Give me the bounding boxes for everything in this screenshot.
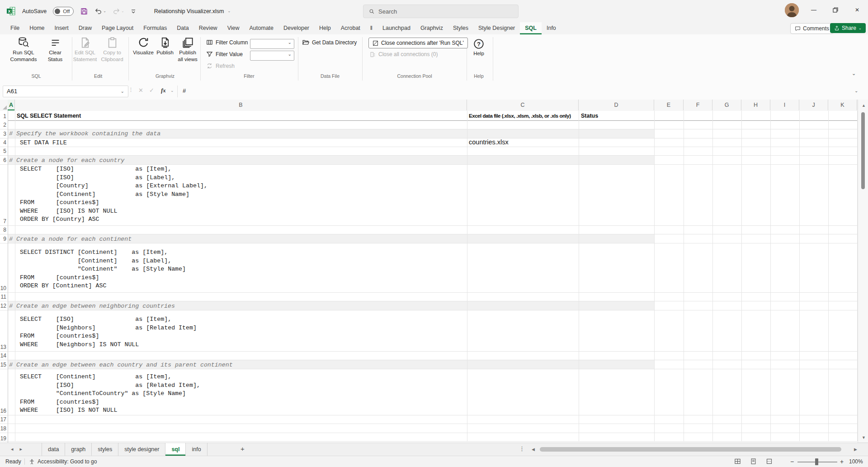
ribbon-tab-view[interactable]: View [222,22,245,34]
row-header-5[interactable]: 5 [0,147,6,155]
hscroll-left-icon[interactable]: ◀ [532,447,535,452]
ribbon-tab-acrobat[interactable]: Acrobat [336,22,365,34]
vertical-scrollbar[interactable]: ▲ ▼ [858,100,868,443]
filter-column-button[interactable]: Filter Column [206,39,248,46]
ribbon-tab-formulas[interactable]: Formulas [138,22,172,34]
expand-formula-bar-icon[interactable]: ⌄ [854,88,858,93]
ribbon-tab-styles[interactable]: Styles [448,22,473,34]
row-header-8[interactable]: 8 [0,225,6,234]
name-box-dropdown-icon[interactable]: ⌄ [121,86,124,96]
sheet-nav-arrows[interactable]: ◂▸ [11,446,28,452]
row-header-1[interactable]: 1 [0,111,6,120]
ribbon-tab-info[interactable]: Info [542,22,561,34]
row-header-18[interactable]: 18 [0,424,6,433]
row-header-9[interactable]: 9 [0,234,6,243]
autosave-toggle[interactable]: Off [53,7,74,16]
row-header-6[interactable]: 6 [0,155,6,164]
close-button[interactable]: ✕ [847,0,868,20]
row-header-13[interactable]: 13 [0,310,6,351]
cell-set-data-file[interactable]: SET DATA FILE [20,139,67,148]
row-header-15[interactable]: 15 [0,360,6,369]
customize-quick-access-icon[interactable] [131,9,136,14]
share-dropdown-icon[interactable]: ⌄ [859,26,862,30]
horizontal-scrollbar-thumb[interactable] [540,447,841,452]
hscroll-right-icon[interactable]: ▶ [854,447,857,452]
tab-overflow-icon[interactable]: ⋮ [519,445,525,452]
sheet-tab-info[interactable]: info [186,443,207,456]
row-header-3[interactable]: 3 [0,129,6,138]
row-header-4[interactable]: 4 [0,138,6,147]
accessibility-status[interactable]: Accessibility: Good to go [29,456,97,467]
ribbon-tab-data[interactable]: Data [172,22,193,34]
share-button[interactable]: Share ⌄ [830,23,866,33]
column-header-e[interactable]: E [654,100,684,110]
ribbon-tab-page-layout[interactable]: Page Layout [97,22,138,34]
row-header-12[interactable]: 12 [0,301,6,310]
ribbon-tab-developer[interactable]: Developer [278,22,314,34]
title-dropdown-icon[interactable]: ⌄ [227,9,231,13]
avatar[interactable] [785,3,799,17]
ribbon-tab-home[interactable]: Home [24,22,49,34]
row-header-7[interactable]: 7 [0,164,6,225]
select-all-corner[interactable] [0,100,8,110]
filter-column-select[interactable] [250,39,294,49]
ribbon-tab-automate[interactable]: Automate [245,22,279,34]
row-header-2[interactable]: 2 [0,120,6,129]
minimize-button[interactable]: — [803,0,824,20]
zoom-in-button[interactable]: + [840,456,844,467]
ribbon-tab-sql[interactable]: SQL [520,22,542,34]
filter-value-button[interactable]: Filter Value [206,51,243,57]
ribbon-tab-graphviz[interactable]: Graphviz [415,22,448,34]
clear-status-button[interactable]: Clear Status [43,37,67,62]
formula-content[interactable]: # [183,87,186,94]
ribbon-tab-file[interactable]: File [5,22,24,34]
ribbon-tab-tab[interactable]: ‖ [365,22,377,34]
sheet-tab-graph[interactable]: graph [65,443,92,456]
filter-value-select[interactable] [250,51,294,61]
fx-dropdown-icon[interactable]: ⌄ [170,88,174,93]
add-sheet-button[interactable]: + [241,445,245,453]
run-sql-commands-button[interactable]: Run SQL Commands [5,37,42,62]
normal-view-button[interactable] [734,458,742,465]
name-box[interactable]: A61 ⌄ [3,86,128,97]
cell-header-excel-data-file[interactable]: Excel data file (.xlsx, .xlsm, .xlsb, or… [469,113,578,119]
cell-header-sql-select[interactable]: SQL SELECT Statement [17,113,81,119]
comments-button[interactable]: Comments [790,23,834,34]
zoom-slider-knob[interactable] [815,458,818,465]
save-button[interactable] [80,7,88,15]
row-header-14[interactable]: 14 [0,351,6,360]
restore-button[interactable] [825,0,846,20]
help-button[interactable]: ? Help [468,38,489,57]
ribbon-tab-help[interactable]: Help [314,22,336,34]
column-header-b[interactable]: B [15,100,467,110]
ribbon-tab-draw[interactable]: Draw [74,22,97,34]
cell-data-file-value[interactable]: countries.xlsx [469,138,509,146]
insert-function-button[interactable]: fx [161,87,166,94]
collapse-ribbon-icon[interactable]: ⌄ [852,71,856,76]
row-header-10[interactable]: 10 [0,243,6,292]
column-header-c[interactable]: C [467,100,579,110]
row-header-16[interactable]: 16 [0,369,6,415]
sheet-grid[interactable]: 12345678910111213141516171819# Specify t… [0,111,858,443]
undo-dropdown-icon[interactable]: ⌄ [103,9,106,13]
row-header-17[interactable]: 17 [0,415,6,424]
get-data-directory-button[interactable]: Get Data Directory [302,39,357,46]
row-header-19[interactable]: 19 [0,433,6,443]
column-header-k[interactable]: K [828,100,857,110]
redo-button[interactable]: ⌄ [113,7,124,15]
page-break-view-button[interactable] [766,458,774,465]
ribbon-tab-review[interactable]: Review [194,22,222,34]
cell-header-status[interactable]: Status [581,113,598,119]
ribbon-tab-launchpad[interactable]: Launchpad [377,22,415,34]
search-box[interactable]: Search [363,5,519,18]
undo-button[interactable]: ⌄ [94,7,106,15]
publish-button[interactable]: Publish [155,37,175,56]
column-header-f[interactable]: F [684,100,712,110]
ribbon-tab-insert[interactable]: Insert [50,22,74,34]
column-header-a[interactable]: A [8,100,15,110]
zoom-out-button[interactable]: − [790,456,794,467]
publish-all-views-button[interactable]: Publish all views [175,37,200,62]
zoom-level[interactable]: 100% [849,456,863,467]
page-layout-view-button[interactable] [750,458,758,465]
ribbon-tab-style-designer[interactable]: Style Designer [473,22,520,34]
